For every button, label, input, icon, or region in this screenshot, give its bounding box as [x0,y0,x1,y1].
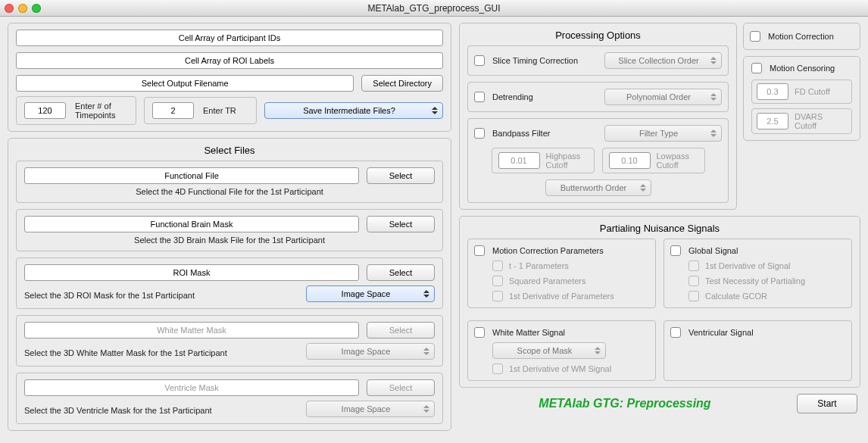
partialing-heading: Partialing Nuisance Signals [467,223,852,234]
slice-order-label: Slice Collection Order [618,56,698,65]
deriv-wm-checkbox[interactable] [492,363,503,374]
select-directory-button[interactable]: Select Directory [361,75,443,92]
motion-censoring-label: Motion Censoring [770,64,835,73]
tr-input[interactable] [152,102,194,119]
gcor-label: Calculate GCOR [705,292,767,301]
wm-select-button[interactable]: Select [367,322,435,338]
detrending-checkbox[interactable] [474,92,485,102]
motion-correction-checkbox[interactable] [750,31,760,42]
roi-select-button[interactable]: Select [367,264,435,281]
partialing-panel: Partialing Nuisance Signals Motion Corre… [459,216,860,388]
wm-space-select[interactable]: Image Space [306,343,435,360]
scope-mask-label: Scope of Mask [517,346,573,355]
motion-params-checkbox[interactable] [474,245,485,256]
functional-file-input[interactable] [24,167,359,184]
deriv-signal-label: 1st Derivative of Signal [705,261,791,270]
dvars-cutoff-input[interactable] [757,113,788,129]
fd-cutoff-input[interactable] [757,83,788,100]
gcor-checkbox[interactable] [688,291,699,301]
motion-censoring-panel: Motion Censoring FD Cutoff DVARS Cutoff [743,56,860,141]
detrending-label: Detrending [492,92,597,101]
highpass-label: Highpass Cutoff [546,151,588,170]
poly-order-select[interactable]: Polynomial Order [604,89,722,105]
vent-mask-block: Select Select the 3D Ventricle Mask for … [16,373,443,424]
window-title: METAlab_GTG_preprocess_GUI [0,3,868,14]
lowpass-label: Lowpass Cutoff [657,151,698,170]
squared-checkbox[interactable] [492,276,503,286]
slice-timing-label: Slice Timing Correction [492,56,597,65]
vent-select-button[interactable]: Select [367,379,435,396]
functional-file-block: Select Select the 4D Functional File for… [16,161,443,203]
brainmask-hint: Select the 3D Brain Mask File for the 1s… [24,236,435,245]
output-filename-input[interactable] [16,75,354,92]
deriv-wm-label: 1st Derivative of WM Signal [509,364,611,373]
test-necessity-checkbox[interactable] [688,276,699,286]
select-files-heading: Select Files [16,145,443,156]
wm-space-label: Image Space [342,347,391,356]
filter-type-select[interactable]: Filter Type [604,125,722,142]
global-signal-label: Global Signal [688,246,738,255]
deriv-params-checkbox[interactable] [492,291,503,301]
t1-checkbox[interactable] [492,260,503,271]
filter-type-label: Filter Type [639,129,678,138]
vent-space-label: Image Space [342,404,391,413]
start-button[interactable]: Start [797,394,857,413]
squared-label: Squared Parameters [509,276,586,285]
timepoints-label: Enter # of Timepoints [75,101,128,120]
lowpass-input[interactable] [609,152,651,169]
slice-timing-checkbox[interactable] [474,55,485,66]
roi-hint: Select the 3D ROI Mask for the 1st Parti… [24,291,298,300]
fd-cutoff-label: FD Cutoff [795,87,847,96]
brainmask-input[interactable] [24,216,359,232]
t1-label: t - 1 Parameters [509,261,569,270]
roi-labels-input[interactable] [16,52,443,69]
global-signal-checkbox[interactable] [670,245,681,256]
deriv-signal-checkbox[interactable] [688,260,699,271]
deriv-params-label: 1st Derivative of Parameters [509,292,614,301]
vent-hint: Select the 3D Ventricle Mask for the 1st… [24,406,298,415]
wm-hint: Select the 3D White Matter Mask for the … [24,348,298,357]
brainmask-select-button[interactable]: Select [367,216,435,232]
butterworth-label: Butterworth Order [560,183,626,192]
bandpass-checkbox[interactable] [474,128,485,139]
wm-mask-input[interactable] [24,322,359,338]
tr-label: Enter TR [203,106,248,115]
wm-mask-block: Select Select the 3D White Matter Mask f… [16,315,443,367]
motion-params-label: Motion Correction Parameters [492,246,604,255]
select-files-panel: Select Files Select Select the 4D Functi… [8,138,451,431]
processing-options-panel: Processing Options Slice Timing Correcti… [459,23,737,210]
functional-select-button[interactable]: Select [367,167,435,184]
vent-space-select[interactable]: Image Space [306,401,435,417]
butterworth-select[interactable]: Butterworth Order [545,179,651,196]
dvars-cutoff-label: DVARS Cutoff [795,112,847,130]
processing-heading: Processing Options [467,30,729,41]
vent-signal-checkbox[interactable] [670,327,681,338]
bandpass-label: Bandpass Filter [492,129,597,138]
motion-censoring-checkbox[interactable] [751,63,762,73]
inputs-panel: Select Directory Enter # of Timepoints E… [8,23,451,132]
save-intermediate-label: Save Intermediate Files? [303,106,395,115]
wm-signal-checkbox[interactable] [474,327,485,338]
timepoints-input[interactable] [24,102,66,119]
test-necessity-label: Test Necessity of Partialing [705,276,805,285]
roi-mask-block: Select Select the 3D ROI Mask for the 1s… [16,257,443,309]
functional-hint: Select the 4D Functional File for the 1s… [24,187,435,196]
scope-mask-select[interactable]: Scope of Mask [492,342,606,359]
poly-order-label: Polynomial Order [626,92,691,101]
brand-label: METAlab GTG: Preprocessing [462,397,788,410]
motion-correction-panel: Motion Correction [743,23,860,50]
participant-ids-input[interactable] [16,30,443,46]
roi-mask-input[interactable] [24,264,359,281]
brainmask-file-block: Select Select the 3D Brain Mask File for… [16,209,443,251]
motion-correction-label: Motion Correction [768,32,834,41]
wm-signal-label: White Matter Signal [492,328,565,337]
title-bar: METAlab_GTG_preprocess_GUI [0,0,868,17]
save-intermediate-select[interactable]: Save Intermediate Files? [264,102,443,119]
vent-signal-label: Ventricular Signal [688,328,754,337]
highpass-input[interactable] [498,152,540,169]
roi-space-label: Image Space [342,289,391,298]
roi-space-select[interactable]: Image Space [306,285,435,302]
vent-mask-input[interactable] [24,379,359,396]
slice-order-select[interactable]: Slice Collection Order [604,52,722,69]
